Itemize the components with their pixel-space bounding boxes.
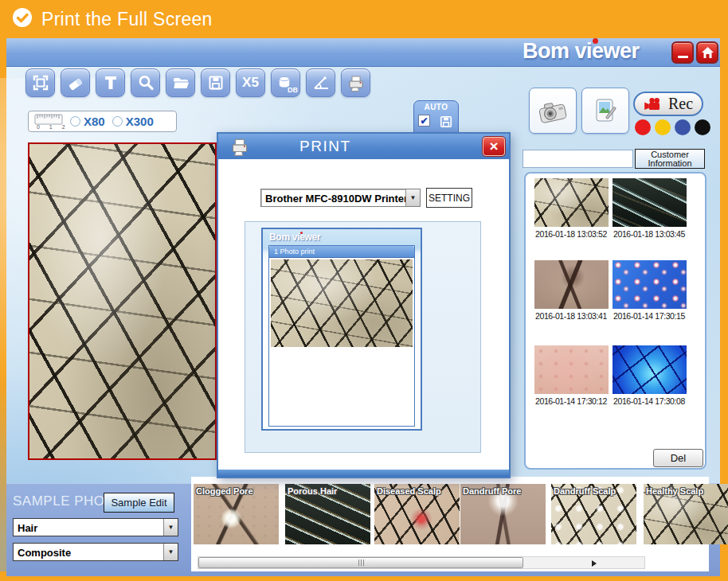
print-icon	[346, 73, 366, 92]
x5-icon: X5	[242, 75, 259, 91]
dropdown-arrow-icon[interactable]	[163, 519, 178, 536]
sample-label: Porous Hair	[288, 486, 337, 496]
save-icon	[438, 114, 454, 133]
gallery-thumbnail[interactable]	[613, 345, 687, 394]
printer-icon	[229, 136, 250, 157]
sample-scrollbar[interactable]	[198, 556, 645, 569]
ruler-icon: 0 1 2	[34, 114, 63, 129]
print-dialog: PRINT Brother MFC-8910DW Printer SETTING…	[217, 132, 511, 478]
yellow-dot-button[interactable]	[655, 119, 671, 135]
print-preview-page: Bom viewer 1 Photo print	[261, 228, 422, 431]
open-file-button[interactable]	[166, 68, 195, 97]
database-button[interactable]: DB	[271, 68, 300, 97]
sample-photo[interactable]: Healthy Scalp	[644, 484, 728, 544]
fullscreen-button[interactable]	[25, 68, 55, 97]
preview-logo: Bom viewer	[269, 232, 320, 243]
app-window: Print the Full Screen Bom viewer X5 DB	[0, 0, 728, 581]
x300-radio-option[interactable]: X300	[112, 115, 154, 128]
thumbnail-timestamp: 2016-01-18 13:03:45	[608, 229, 691, 239]
gallery-thumbnail[interactable]	[534, 345, 609, 394]
live-view-image	[28, 142, 217, 460]
camera-icon	[537, 96, 569, 125]
sample-photo[interactable]: Diseased Scalp	[374, 484, 460, 544]
x80-radio-option[interactable]: X80	[70, 115, 105, 128]
sample-photo[interactable]: Porous Hair	[285, 484, 370, 544]
black-dot-button[interactable]	[695, 119, 710, 135]
print-dialog-footer	[218, 470, 509, 477]
sample-photo[interactable]: Dandruff Scalp	[551, 484, 636, 544]
color-dot-row	[635, 119, 710, 135]
home-button[interactable]	[696, 41, 718, 64]
gallery-thumbnail[interactable]	[613, 260, 687, 309]
record-camera-icon	[644, 97, 663, 111]
red-dot-button[interactable]	[635, 119, 651, 135]
thumbnail-timestamp: 2016-01-14 17:30:12	[530, 396, 613, 406]
thumbnail-timestamp: 2016-01-18 13:03:52	[530, 229, 613, 239]
preview-photo	[271, 259, 413, 347]
sample-label: Dandruff Scalp	[554, 486, 616, 496]
gallery-thumbnail[interactable]	[613, 178, 687, 227]
print-dialog-body: Brother MFC-8910DW Printer SETTING PRINT…	[218, 159, 509, 477]
scroll-right-icon[interactable]	[592, 560, 597, 567]
photo-viewer-icon	[591, 96, 620, 125]
angle-measure-button[interactable]	[306, 68, 335, 97]
sample-photo[interactable]: Dandruff Pore	[460, 484, 546, 544]
print-dialog-titlebar: PRINT	[218, 134, 509, 159]
scrollbar-grip	[358, 560, 359, 566]
sample-label: Dandruff Pore	[463, 486, 521, 496]
home-icon	[701, 46, 714, 59]
angle-measure-icon	[311, 73, 331, 92]
eraser-button[interactable]	[61, 68, 90, 97]
customer-information-line1: Customer	[636, 150, 704, 159]
dropdown-arrow-icon[interactable]	[163, 544, 178, 560]
type-dropdown[interactable]: Composite	[13, 543, 178, 561]
record-button[interactable]: Rec	[633, 92, 703, 116]
dropdown-arrow-icon[interactable]	[405, 189, 420, 206]
sample-photo[interactable]: Clogged Pore	[194, 484, 279, 544]
fullscreen-icon	[31, 73, 50, 92]
sample-edit-button[interactable]: Sample Edit	[104, 493, 174, 513]
auto-save-checkbox[interactable]	[418, 115, 430, 127]
save-icon	[206, 73, 225, 92]
scrollbar-grip	[361, 560, 362, 566]
x300-radio[interactable]	[112, 116, 123, 127]
x80-radio[interactable]	[70, 116, 80, 127]
gallery-thumbnail[interactable]	[534, 178, 609, 227]
customer-information-button[interactable]: Customer Information	[635, 149, 705, 169]
category-dropdown-value: Hair	[14, 519, 163, 536]
setting-button[interactable]: SETTING	[426, 188, 472, 208]
capture-gallery-panel: 2016-01-18 13:03:52 2016-01-18 13:03:45 …	[524, 172, 706, 470]
x5-button[interactable]: X5	[236, 68, 265, 97]
printer-select[interactable]: Brother MFC-8910DW Printer	[260, 189, 421, 207]
print-dialog-close-button[interactable]	[483, 137, 505, 156]
preview-logo-dot	[300, 232, 303, 234]
eraser-icon	[66, 73, 85, 92]
magnification-box: 0 1 2 X80 X300	[28, 111, 177, 132]
thumbnail-timestamp: 2016-01-14 17:30:15	[608, 311, 691, 321]
thumbnail-timestamp: 2016-01-18 13:03:41	[530, 311, 613, 321]
printer-name: Brother MFC-8910DW Printer	[261, 189, 405, 206]
delete-button[interactable]: Del	[653, 449, 703, 467]
thumbnail-timestamp: 2016-01-14 17:30:08	[608, 396, 691, 406]
minimize-button[interactable]	[671, 41, 694, 64]
sample-label: Diseased Scalp	[377, 486, 441, 496]
sample-photo-strip: Clogged Pore Porous Hair Diseased Scalp …	[191, 477, 709, 571]
banner-title: Print the Full Screen	[41, 9, 213, 30]
customer-name-input[interactable]	[523, 150, 633, 168]
app-logo: Bom viewer	[523, 39, 640, 64]
sample-scrollbar-thumb[interactable]	[198, 557, 523, 568]
print-button[interactable]	[341, 68, 370, 97]
type-dropdown-value: Composite	[14, 544, 163, 560]
preview-logo-text: Bom viewer	[269, 232, 320, 243]
gallery-thumbnail[interactable]	[534, 260, 609, 309]
blue-dot-button[interactable]	[675, 119, 691, 135]
save-button[interactable]	[201, 68, 230, 97]
check-circle-icon	[12, 7, 33, 31]
text-button[interactable]	[96, 68, 125, 97]
app-logo-text: Bom viewer	[523, 39, 640, 63]
view-photos-button[interactable]	[581, 88, 629, 134]
x300-label: X300	[126, 115, 154, 128]
category-dropdown[interactable]: Hair	[13, 518, 178, 536]
capture-photo-button[interactable]	[529, 88, 577, 134]
zoom-button[interactable]	[131, 68, 160, 97]
